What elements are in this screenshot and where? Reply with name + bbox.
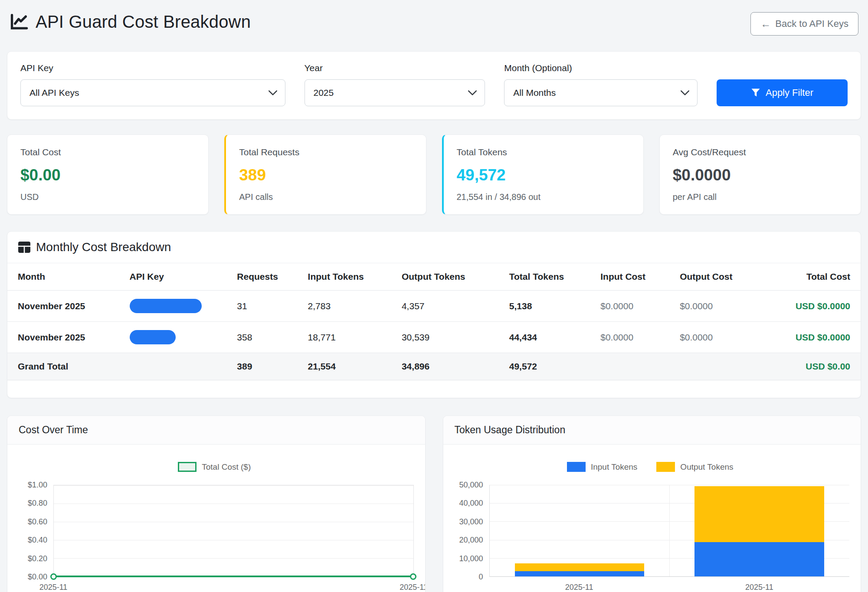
legend-item-total-cost[interactable]: Total Cost ($) [178,462,251,472]
col-header-api-key: API Key [124,263,231,291]
cell-api-key [124,291,231,322]
monthly-cost-table: Month API Key Requests Input Tokens Outp… [7,263,861,380]
cell-input-cost: $0.0000 [594,322,674,353]
arrow-left-icon: ← [760,19,771,29]
col-header-total-cost: Total Cost [759,263,861,291]
cell-requests: 358 [231,322,301,353]
cell-api-key [124,322,231,353]
grand-total-input-cost [594,353,674,380]
line-plot-area [53,485,414,577]
legend-label: Output Tokens [680,462,733,472]
topbar: API Guard Cost Breakdown ← Back to API K… [7,6,861,38]
stat-title: Avg Cost/Request [673,147,848,157]
cell-month: November 2025 [7,322,124,353]
api-key-badge-redacted [130,299,202,313]
apply-filter-label: Apply Filter [766,87,813,98]
legend-swatch-input [567,462,586,472]
cell-total-cost: USD $0.0000 [759,322,861,353]
col-header-output-tokens: Output Tokens [396,263,503,291]
stat-card-avg-cost: Avg Cost/Request $0.0000 per API call [659,134,861,215]
charts-row: Cost Over Time Total Cost ($) $1.00$0.80… [7,415,861,592]
legend-item-input-tokens[interactable]: Input Tokens [567,462,637,472]
grand-total-total-tokens: 49,572 [503,353,594,380]
table-grid-icon [18,241,31,253]
stat-subtitle: 21,554 in / 34,896 out [457,192,630,202]
chevron-down-icon [468,90,477,96]
cell-input-cost: $0.0000 [594,291,674,322]
cell-requests: 31 [231,291,301,322]
cell-output-cost: $0.0000 [674,291,759,322]
grand-total-output-tokens: 34,896 [396,353,503,380]
stat-card-total-requests: Total Requests 389 API calls [224,134,426,215]
api-key-badge-redacted [130,330,176,344]
col-header-requests: Requests [231,263,301,291]
grand-total-input-tokens: 21,554 [302,353,396,380]
stat-value: 389 [239,166,413,184]
token-usage-chart: 50,00040,00030,00020,00010,0000 2025-112… [451,485,850,592]
stat-card-total-tokens: Total Tokens 49,572 21,554 in / 34,896 o… [442,134,644,215]
chevron-down-icon [269,90,277,96]
api-key-select[interactable]: All API Keys [20,79,285,106]
api-key-label: API Key [20,63,285,73]
cost-over-time-legend: Total Cost ($) [15,462,414,472]
bar-plot-area [489,485,850,577]
cost-over-time-chart: $1.00$0.80$0.60$0.40$0.20$0.00 2025-1120… [15,485,414,592]
cell-month: November 2025 [7,291,124,322]
legend-swatch-output [656,462,675,472]
filter-bar: API Key All API Keys Year 2025 Month (Op… [7,51,861,120]
year-select-value: 2025 [314,88,334,98]
legend-item-output-tokens[interactable]: Output Tokens [656,462,733,472]
y-axis: 50,00040,00030,00020,00010,0000 [451,485,489,577]
cell-total-tokens: 5,138 [503,291,594,322]
col-header-month: Month [7,263,124,291]
grand-total-api-key [124,353,231,380]
page-title: API Guard Cost Breakdown [36,12,251,32]
stat-subtitle: API calls [239,192,413,202]
month-select[interactable]: All Months [504,79,698,106]
table-panel-title: Monthly Cost Breakdown [36,240,171,254]
funnel-filter-icon [751,88,760,98]
monthly-cost-breakdown-panel: Monthly Cost Breakdown Month API Key Req… [7,231,861,398]
dashboard-page: API Guard Cost Breakdown ← Back to API K… [0,0,868,592]
cost-over-time-panel: Cost Over Time Total Cost ($) $1.00$0.80… [7,415,426,592]
back-button-label: Back to API Keys [775,18,848,29]
year-label: Year [305,63,485,73]
cell-input-tokens: 18,771 [302,322,396,353]
back-to-api-keys-button[interactable]: ← Back to API Keys [750,12,858,36]
col-header-input-tokens: Input Tokens [302,263,396,291]
stat-cards: Total Cost $0.00 USD Total Requests 389 … [7,134,861,215]
cell-input-tokens: 2,783 [302,291,396,322]
grand-total-row: Grand Total 389 21,554 34,896 49,572 USD… [7,353,861,380]
stat-subtitle: USD [20,192,195,202]
col-header-input-cost: Input Cost [594,263,674,291]
stat-title: Total Tokens [457,147,630,157]
col-header-output-cost: Output Cost [674,263,759,291]
month-select-value: All Months [513,88,556,98]
x-axis-labels: 2025-112025-11 [489,583,850,592]
token-usage-legend: Input Tokens Output Tokens [451,462,850,472]
api-key-select-value: All API Keys [29,88,79,98]
cell-total-tokens: 44,434 [503,322,594,353]
stat-subtitle: per API call [673,192,848,202]
col-header-total-tokens: Total Tokens [503,263,594,291]
legend-swatch-outline [178,462,197,472]
x-axis-labels: 2025-112025-11 [53,583,414,592]
chevron-down-icon [681,90,689,96]
month-label: Month (Optional) [504,63,698,73]
stat-value: $0.0000 [673,166,848,184]
cell-total-cost: USD $0.0000 [759,291,861,322]
grand-total-requests: 389 [231,353,301,380]
apply-filter-button[interactable]: Apply Filter [717,79,848,106]
table-row: November 2025 31 2,783 4,357 5,138 $0.00… [7,291,861,322]
grand-total-label: Grand Total [7,353,124,380]
cell-output-cost: $0.0000 [674,322,759,353]
stat-card-total-cost: Total Cost $0.00 USD [7,134,209,215]
stat-title: Total Requests [239,147,413,157]
grand-total-total-cost: USD $0.00 [759,353,861,380]
year-select[interactable]: 2025 [305,79,485,106]
cell-output-tokens: 4,357 [396,291,503,322]
token-usage-title: Token Usage Distribution [443,416,861,445]
cost-over-time-title: Cost Over Time [7,416,425,445]
grand-total-output-cost [674,353,759,380]
table-header-row: Month API Key Requests Input Tokens Outp… [7,263,861,291]
